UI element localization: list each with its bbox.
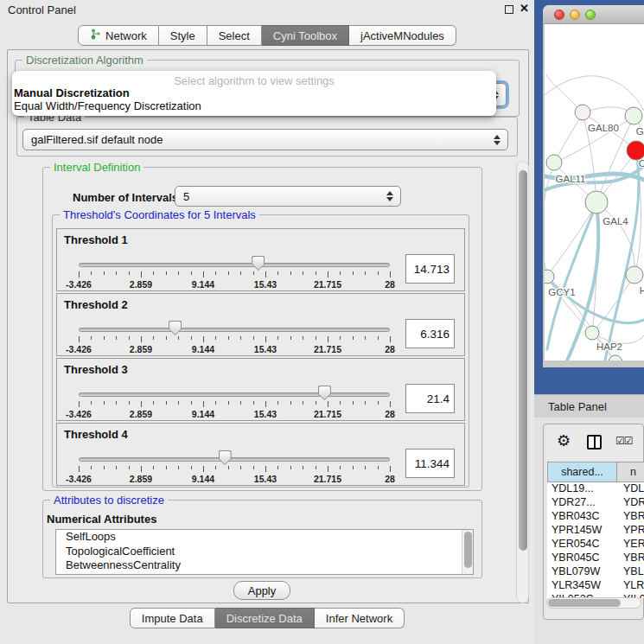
network-node-h[interactable] [626,266,643,284]
panel-scrollbar[interactable] [516,161,529,603]
cell-name[interactable]: YLR3 [617,579,644,593]
slider-tick-label: 2.859 [113,409,169,419]
network-canvas[interactable]: GAL80GACGAL11GAL4GCY1HHAP2 [545,24,644,360]
node-label: H [640,285,644,296]
slider-tick-label: 15.43 [238,344,293,354]
slider-track[interactable] [79,392,390,397]
table-row[interactable]: YBR043CYBR0 [547,510,644,524]
tab-infer-network[interactable]: Infer Network [315,608,405,628]
cell-shared-name[interactable]: YBR045C [547,552,617,565]
slider-tick [365,271,366,275]
split-columns-icon[interactable] [587,435,602,450]
slider-track[interactable] [79,457,390,462]
tab-select[interactable]: Select [207,25,262,46]
slider-tick-label: -3.426 [51,344,106,354]
tab-style[interactable]: Style [159,25,207,46]
gear-icon[interactable]: ⚙ [557,431,571,450]
cell-name[interactable]: YER0 [617,538,644,552]
slider-thumb[interactable] [169,321,182,335]
table-row[interactable]: YLR345WYLR3 [547,579,644,593]
slider-thumb[interactable] [252,256,265,271]
scrollbar-thumb[interactable] [519,170,527,551]
slider-tick [191,466,192,469]
network-node-gal11[interactable] [546,155,562,170]
dropdown-option-manual[interactable]: Manual Discretization [14,86,130,99]
table-row[interactable]: YER054CYER0 [547,538,644,552]
bottom-tab-bar: Impute DataDiscretize DataInfer Network [0,608,534,628]
window-close-button[interactable] [554,10,564,20]
network-node-c[interactable] [627,141,644,160]
cell-name[interactable]: YBL0 [617,565,644,579]
table-row[interactable]: YBL079WYBL0 [547,565,644,579]
close-icon[interactable]: ✕ [520,2,529,15]
threshold-label: Threshold 3 [64,363,128,376]
slider-tick [228,401,229,405]
number-of-intervals-combobox[interactable]: 5 [175,186,401,207]
network-edge[interactable] [545,163,554,277]
cell-shared-name[interactable]: YPR145W [547,524,617,538]
slider-track[interactable] [79,263,390,267]
threshold-panel-1: Threshold 1-3.4262.8599.14415.4321.71528… [56,228,465,291]
column-header-shared-name[interactable]: shared... [547,462,617,482]
slider-tick [353,336,354,340]
apply-button[interactable]: Apply [233,581,290,600]
network-node-gal4[interactable] [585,191,608,214]
cell-shared-name[interactable]: YER054C [547,538,617,552]
list-scrollbar[interactable] [462,530,473,574]
threshold-value-field[interactable]: 11.344 [405,449,455,478]
numerical-attributes-list[interactable]: SelfLoopsTopologicalCoefficientBetweenne… [55,529,474,575]
table-horizontal-scrollbar[interactable] [546,597,641,609]
node-label: GAL80 [588,123,619,133]
cell-shared-name[interactable]: YDR27... [547,496,617,510]
network-node-ga[interactable] [625,107,642,124]
table-row[interactable]: YDR27...YDR2 [547,496,644,510]
group-label: Threshold's Coordinates for 5 Intervals [60,208,259,221]
threshold-value-field[interactable]: 6.316 [405,319,455,348]
network-node-gcy1[interactable] [545,270,554,284]
cell-name[interactable]: YBR0 [617,552,644,565]
float-window-icon[interactable] [505,5,513,14]
tab-cyni-toolbox[interactable]: Cyni Toolbox [262,25,349,46]
cell-name[interactable]: YDR2 [617,496,644,510]
table-row[interactable]: YBR045CYBR0 [547,552,644,565]
slider-thumb-face [220,451,231,464]
attribute-list-item[interactable]: BetweennessCentrality [56,558,473,573]
network-edge[interactable] [596,203,634,276]
tab-network[interactable]: Network [78,25,159,46]
cell-name[interactable]: YBR0 [617,510,644,524]
cell-shared-name[interactable]: YBL079W [547,565,617,579]
cell-name[interactable]: YDL1 [617,482,644,496]
dropdown-option-equal-width[interactable]: Equal Width/Frequency Discretization [14,99,201,112]
network-node-gal80[interactable] [575,105,590,120]
tab-discretize-data[interactable]: Discretize Data [215,608,315,628]
table-row[interactable]: YDL19...YDL1 [547,482,644,496]
network-window-titlebar[interactable] [543,5,644,24]
checkbox-icons[interactable]: ☑☑ [615,435,633,447]
slider-tick [390,336,391,342]
threshold-value-field[interactable]: 21.4 [405,384,455,413]
scrollbar-thumb[interactable] [464,532,472,568]
slider-track[interactable] [79,328,390,332]
attribute-list-item[interactable]: SelfLoops [56,530,473,545]
cell-name[interactable]: YPR1 [617,524,644,538]
cell-shared-name[interactable]: YDL19... [547,482,617,496]
slider-tick [203,271,204,277]
table-row[interactable]: YPR145WYPR1 [547,524,644,538]
threshold-value-field[interactable]: 14.713 [405,254,455,284]
window-zoom-button[interactable] [585,10,596,20]
network-node-hap2[interactable] [585,326,599,340]
tab-jactivemnodules[interactable]: jActiveMNodules [349,25,456,46]
tab-impute-data[interactable]: Impute Data [130,608,215,628]
scrollbar-thumb[interactable] [548,599,621,607]
network-edge[interactable] [545,76,644,111]
slider-tick [328,401,328,407]
tab-label: Network [105,29,147,42]
slider-thumb[interactable] [318,386,331,400]
window-minimize-button[interactable] [570,10,580,20]
attribute-list-item[interactable]: TopologicalCoefficient [56,545,473,559]
cell-shared-name[interactable]: YLR345W [547,579,617,593]
cell-shared-name[interactable]: YBR043C [547,510,617,524]
column-header-name[interactable]: n [617,462,644,482]
slider-thumb[interactable] [219,450,232,465]
table-data-combobox[interactable]: galFiltered.sif default node [22,129,508,150]
